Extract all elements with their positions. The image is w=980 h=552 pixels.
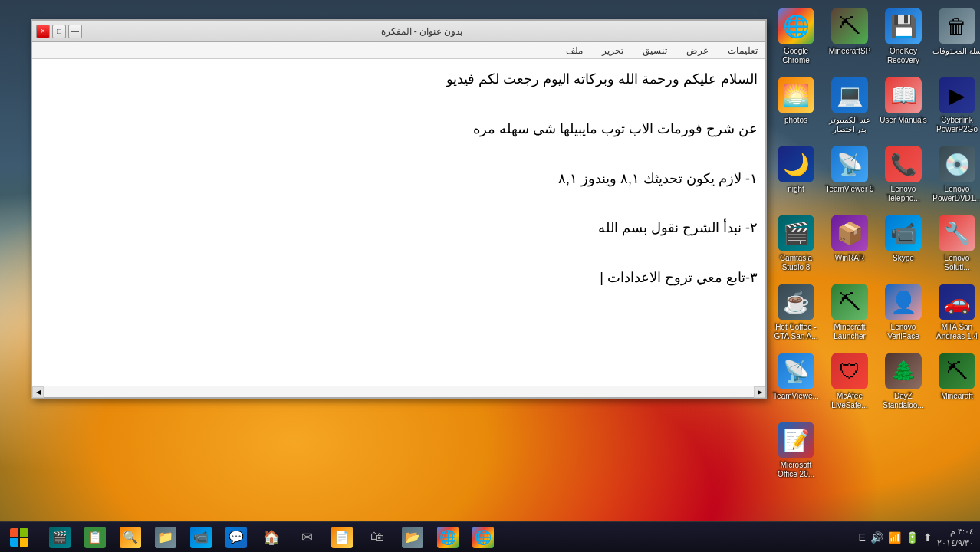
arrow-icon[interactable]: ⬆ <box>923 531 932 544</box>
cyberlink-icon: ▶ <box>939 77 975 113</box>
close-button[interactable]: × <box>36 25 50 38</box>
volume-icon[interactable]: 🔊 <box>870 531 883 544</box>
taskbar-app-camtasia-tb[interactable]: 🎬 <box>44 524 76 551</box>
hotcoffee-label: Hot Coffee - GTA San A... <box>771 323 821 341</box>
taskbar-app-mail-tb[interactable]: ✉ <box>291 524 323 551</box>
desktop-icon-teamviewer9[interactable]: 📡TeamViewer 9 <box>823 142 876 211</box>
folder-tb-taskbar-icon: 📁 <box>155 527 176 548</box>
taskbar-app-green-tb[interactable]: 📋 <box>79 524 111 551</box>
taskbar-apps: 🎬📋🔍📁📹💬🏠✉📄🛍📂🌐🌐 <box>38 524 853 551</box>
taskbar-app-skype1-tb[interactable]: 📹 <box>185 524 217 551</box>
lenovo-sol-label: Lenovo Soluti... <box>932 254 980 272</box>
camtasia-icon: 🎬 <box>778 215 814 251</box>
text-line-3: ١- لازم يكون تحديثك ٨,١ ويندوز ٨,١ <box>40 166 758 191</box>
notepad-hscrollbar[interactable]: ◀ ▶ <box>32 386 765 397</box>
desktop-icon-chrome[interactable]: 🌐Google Chrome <box>769 4 823 73</box>
desktop-icon-lenovo-sol[interactable]: 🔧Lenovo Soluti... <box>930 211 980 280</box>
battery-icon[interactable]: 🔋 <box>906 531 919 544</box>
lenovo-dvd-label: Lenovo PowerDVD1... <box>932 185 980 203</box>
lenovo-manuals-icon: 📖 <box>885 77 922 113</box>
notepad-window: × □ — بدون عنوان - المفكرة تعليمات عرض ت… <box>31 19 767 399</box>
desktop-icon-recycle[interactable]: 🗑سلة المحذوفات <box>930 4 980 73</box>
desktop: × □ — بدون عنوان - المفكرة تعليمات عرض ت… <box>0 0 980 552</box>
mcafee-label: McAfee LiveSafe... <box>825 392 874 410</box>
desktop-icon-veriface[interactable]: 👤Lenovo VeriiFace <box>876 280 930 349</box>
text-line-5: ٣-تابع معي تروح الاعدادات | <box>40 265 758 290</box>
desktop-icon-skype[interactable]: 📹Skype <box>876 211 930 280</box>
skype1-tb-taskbar-icon: 📹 <box>190 527 212 548</box>
desktop-icon-hotcoffee[interactable]: ☕Hot Coffee - GTA San A... <box>769 280 823 349</box>
user-icon: 💻 <box>831 77 868 113</box>
menu-item-edit[interactable]: تحرير <box>598 44 627 58</box>
desktop-icon-night[interactable]: 🌙night <box>769 142 823 211</box>
taskbar-app-store-tb[interactable]: 🛍 <box>361 524 393 551</box>
desktop-icon-minearaft2[interactable]: ⛏Minearaft <box>930 349 980 418</box>
winrar-icon: 📦 <box>831 215 868 251</box>
cyberlink-label: Cyberlink PowerP2Go <box>932 116 980 134</box>
taskbar-app-ie-tb[interactable]: 🌐 <box>432 524 464 551</box>
menu-item-help[interactable]: تعليمات <box>724 44 761 58</box>
taskbar-app-notepad-tb[interactable]: 📄 <box>326 524 358 551</box>
scroll-left-btn[interactable]: ◀ <box>32 386 44 398</box>
minimize-button[interactable]: — <box>68 25 82 38</box>
onekey-label: OneKey Recovery <box>879 47 928 65</box>
win-logo-q4 <box>20 538 28 547</box>
desktop-icon-cyberlink[interactable]: ▶Cyberlink PowerP2Go <box>930 73 980 142</box>
taskbar-app-files2-tb[interactable]: 📂 <box>396 524 429 551</box>
hscroll-track[interactable] <box>44 386 754 397</box>
clock[interactable]: ٣:٠٤ م ٢٠١٤/٩/٣٠ <box>937 526 974 548</box>
menu-item-file[interactable]: ملف <box>562 44 587 58</box>
taskbar-right: E 🔊 📶 🔋 ⬆ ٣:٠٤ م ٢٠١٤/٩/٣٠ <box>853 526 980 548</box>
desktop-icons-container: 🌐Google Chrome⛏MinecraftSP💾OneKey Recove… <box>765 0 980 521</box>
desktop-icon-lenovo-manuals[interactable]: 📖User Manuals <box>876 73 930 142</box>
hotcoffee-icon: ☕ <box>778 284 814 320</box>
recycle-label: سلة المحذوفات <box>932 47 980 56</box>
maximize-button[interactable]: □ <box>52 25 66 38</box>
taskbar-app-skype2-tb[interactable]: 💬 <box>220 524 252 551</box>
taskbar: 🎬📋🔍📁📹💬🏠✉📄🛍📂🌐🌐 E 🔊 📶 🔋 ⬆ ٣:٠٤ م ٢٠١٤/٩/٣٠ <box>0 521 980 552</box>
start-button[interactable] <box>0 522 38 553</box>
desktop-icon-dayz[interactable]: 🌲DayZ Standaloo... <box>876 349 930 418</box>
store-tb-taskbar-icon: 🛍 <box>367 527 388 548</box>
taskbar-app-folder-tb[interactable]: 📁 <box>150 524 182 551</box>
scroll-right-btn[interactable]: ▶ <box>754 386 765 398</box>
win-logo-q3 <box>10 538 18 547</box>
skype-label: Skype <box>893 254 914 263</box>
desktop-icon-msoffice[interactable]: 📝Microsoft Office 20... <box>769 418 823 487</box>
minecraft-launch-label: Minecraft Launcher <box>825 323 874 341</box>
desktop-icon-lenovo-dvd[interactable]: 💿Lenovo PowerDVD1... <box>930 142 980 211</box>
menu-item-view[interactable]: عرض <box>682 44 712 58</box>
mta-label: MTA San Andreas 1.4 <box>932 323 980 341</box>
menu-item-format[interactable]: تنسيق <box>639 44 671 58</box>
desktop-icon-camtasia[interactable]: 🎬Camtasia Studio 8 <box>769 211 823 280</box>
ie-tb-taskbar-icon: 🌐 <box>437 527 459 548</box>
desktop-icon-teamviewer2[interactable]: 📡TeamViewe... <box>769 349 823 418</box>
minearaft2-label: Minearaft <box>941 392 973 401</box>
night-label: night <box>788 185 804 194</box>
desktop-icon-mta[interactable]: 🚗MTA San Andreas 1.4 <box>930 280 980 349</box>
desktop-icon-onekey[interactable]: 💾OneKey Recovery <box>876 4 930 73</box>
minearaft2-icon: ⛏ <box>939 353 975 389</box>
desktop-icon-mcafee[interactable]: 🛡McAfee LiveSafe... <box>823 349 876 418</box>
teamviewer9-label: TeamViewer 9 <box>825 185 873 194</box>
camtasia-tb-taskbar-icon: 🎬 <box>49 527 71 548</box>
desktop-icon-user[interactable]: 💻عند الكمبيوتر بدر اختصار <box>823 73 876 142</box>
windows-logo <box>10 528 28 547</box>
photos-label: photos <box>784 116 807 125</box>
notepad-menu: تعليمات عرض تنسيق تحرير ملف <box>32 42 765 59</box>
desktop-icon-minecraft-sp[interactable]: ⛏MinecraftSP <box>823 4 876 73</box>
desktop-icon-minecraft-launch[interactable]: ⛏Minecraft Launcher <box>823 280 876 349</box>
taskbar-app-chrome-tb[interactable]: 🌐 <box>467 524 499 551</box>
network-icon[interactable]: 📶 <box>888 531 901 544</box>
desktop-icon-winrar[interactable]: 📦WinRAR <box>823 211 876 280</box>
teamviewer9-icon: 📡 <box>831 146 868 182</box>
desktop-icon-photos[interactable]: 🌅photos <box>769 73 823 142</box>
desktop-icon-lenovo-tel[interactable]: 📞Lenovo Telepho... <box>876 142 930 211</box>
mail-tb-taskbar-icon: ✉ <box>296 527 317 548</box>
taskbar-app-home-tb[interactable]: 🏠 <box>255 524 288 551</box>
taskbar-app-search-tb[interactable]: 🔍 <box>114 524 146 551</box>
lenovo-dvd-icon: 💿 <box>939 146 975 182</box>
chrome-label: Google Chrome <box>771 47 821 65</box>
notepad-content[interactable]: السلام عليكم ورحمة الله وبركاته اليوم رج… <box>32 59 765 386</box>
lenovo-sol-icon: 🔧 <box>939 215 975 251</box>
